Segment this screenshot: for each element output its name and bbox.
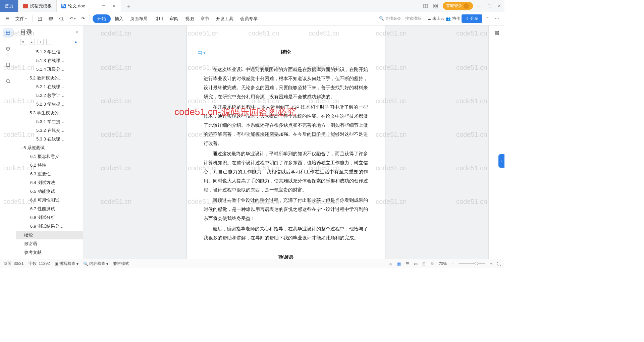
new-tab-button[interactable]: ＋	[121, 0, 137, 12]
preview-icon[interactable]	[57, 15, 66, 23]
view-outline-icon[interactable]: ☰	[406, 262, 409, 266]
apps-icon[interactable]	[433, 3, 439, 9]
eye-icon[interactable]: ☼	[389, 262, 392, 266]
layers-rail-icon[interactable]	[3, 44, 13, 54]
cloud-status[interactable]: ☁ 未上云	[427, 16, 444, 21]
tab-insert[interactable]: 插入	[112, 14, 126, 23]
outline-list: 5.1.2 学生信…5.1.3 在线课…5.1.4 班级分…⌄5.2 教师模块的…	[16, 48, 83, 259]
collapse-all-icon[interactable]: ▾	[20, 39, 26, 45]
expand-all-icon[interactable]: ▴	[29, 39, 35, 45]
outline-item[interactable]: 6.5 功能测试	[16, 187, 83, 196]
add-level-icon[interactable]: +	[38, 39, 44, 45]
svg-rect-11	[6, 31, 10, 35]
outline-item[interactable]: 5.3.2 在线交…	[16, 126, 83, 135]
outline-item[interactable]: 6.4 测试方法	[16, 178, 83, 187]
outline-item[interactable]: ⌄5.3 学生模块的…	[16, 109, 83, 117]
pin-icon[interactable]: ●	[73, 39, 79, 45]
layout-icon[interactable]	[423, 3, 429, 9]
undo-icon[interactable]: ↶ ▾	[67, 15, 78, 22]
redo-icon[interactable]: ↷	[79, 15, 87, 22]
document-area[interactable]: ▤ ▾ 结论 在这次毕业设计中遇到的最困难的方面就是在数据库方面的知识，在刚开始…	[83, 25, 488, 259]
share-button[interactable]: ⇪ 分享	[462, 14, 482, 23]
tab-review[interactable]: 审阅	[167, 14, 181, 23]
outline-item[interactable]: 5.3.3 在线课…	[16, 135, 83, 144]
close-window-button[interactable]: ✕	[497, 3, 501, 8]
chevron-down-icon[interactable]: ⌄	[19, 146, 23, 150]
login-button[interactable]: 立即登录	[443, 2, 473, 10]
fullscreen-icon[interactable]: ⛶	[497, 262, 501, 266]
right-panel-icon[interactable]	[492, 28, 501, 38]
paragraph: 通过这次最终的毕业设计，平时所学到的知识不仅融合了，而且获得了许多计算机知识。在…	[204, 149, 368, 194]
tab-devtools[interactable]: 开发工具	[213, 14, 236, 23]
outline-item[interactable]: ⌄6 系统测试	[16, 144, 83, 152]
tab-member[interactable]: 会员专享	[237, 14, 260, 23]
outline-item[interactable]: 5.1.2 学生信…	[16, 48, 83, 56]
zoom-minus[interactable]: −	[451, 262, 454, 266]
outline-item[interactable]: 6.8 测试分析	[16, 213, 83, 222]
toolbar: ☰ 文件 ▾ ↶ ▾ ↷ 开始 插入 页面布局 引用 审阅 视图 章节 开发工具…	[0, 12, 504, 25]
bookmark-rail-icon[interactable]	[3, 60, 13, 70]
tab-chapter[interactable]: 章节	[198, 14, 212, 23]
spellcheck-toggle[interactable]: ▣ 拼写检查 ▾	[55, 261, 78, 267]
tab-document[interactable]: W 论文.doc ▭ ✕	[57, 0, 121, 12]
outline-item[interactable]: ⌄5.2 教师模块的…	[16, 74, 83, 82]
outline-item[interactable]: 6.6 可用性测试	[16, 196, 83, 205]
view-page-icon[interactable]: ▦	[397, 262, 401, 266]
remove-level-icon[interactable]: −	[46, 39, 52, 45]
close-tab-icon[interactable]: ✕	[112, 3, 116, 9]
more-icon[interactable]: ⋯	[493, 15, 501, 22]
outline-item[interactable]: 5.3.1 学生提…	[16, 117, 83, 126]
view-read-icon[interactable]: ⊞	[422, 262, 426, 266]
outline-rail-icon[interactable]	[3, 28, 13, 38]
tab-template[interactable]: 找稻壳模板	[18, 0, 57, 12]
file-menu[interactable]: 文件 ▾	[13, 14, 30, 23]
outline-item[interactable]: 6.9 测试结果分…	[16, 222, 83, 231]
compat-mode[interactable]: 兼容模式	[113, 261, 129, 267]
outline-item[interactable]: 结论	[16, 231, 83, 239]
content-check[interactable]: 🔍 内容检查 ▾	[83, 261, 108, 267]
minimize-button[interactable]: —	[477, 3, 481, 8]
tab-home[interactable]: 首页	[0, 0, 18, 12]
word-count[interactable]: 字数: 11392	[29, 261, 50, 267]
outline-item[interactable]: 参考文献	[16, 248, 83, 257]
close-outline-icon[interactable]: ✕	[75, 30, 79, 35]
maximize-button[interactable]: ▢	[487, 3, 491, 8]
search-rail-icon[interactable]	[3, 76, 13, 86]
zoom-out-icon[interactable]: ♲	[430, 262, 434, 266]
svg-point-14	[6, 79, 9, 82]
tab-layout[interactable]: 页面布局	[127, 14, 150, 23]
print-icon[interactable]	[46, 15, 55, 23]
chevron-down-icon[interactable]: ⌄	[25, 111, 30, 115]
outline-item[interactable]: 5.2.1 在线课…	[16, 82, 83, 91]
search-command[interactable]: 🔍 查找命令、搜索模板	[379, 16, 421, 21]
tab-reference[interactable]: 引用	[152, 14, 166, 23]
outline-item[interactable]: 5.1.4 班级分…	[16, 65, 83, 74]
side-handle[interactable]: ‹	[498, 154, 504, 168]
outline-item-label: 5.1.2 学生信…	[36, 49, 65, 54]
chevron-up-icon[interactable]: ⌃	[484, 15, 491, 22]
save-icon[interactable]	[35, 15, 45, 23]
zoom-slider[interactable]	[459, 263, 485, 264]
outline-item[interactable]: 6.7 性能测试	[16, 205, 83, 213]
view-web-icon[interactable]: ▭	[414, 262, 418, 266]
zoom-percent[interactable]: 70%	[439, 262, 447, 266]
paragraph: 在这次毕业设计中遇到的最困难的方面就是在数据库方面的知识，在刚开始进行毕业设计的…	[204, 65, 368, 101]
outline-item-label: 5.2.1 在线课…	[36, 84, 65, 89]
outline-item[interactable]: 6.2 特性	[16, 161, 83, 170]
outline-item-label: 6 系统测试	[23, 145, 45, 150]
outline-item[interactable]: 6.3 重要性	[16, 170, 83, 178]
page-indicator[interactable]: 页面: 30/31	[3, 261, 24, 267]
outline-item[interactable]: 6.1 概念和意义	[16, 152, 83, 161]
chevron-down-icon[interactable]: ⌄	[25, 76, 30, 80]
menu-button[interactable]: ☰	[3, 15, 11, 22]
collab-button[interactable]: 👥 协作	[446, 16, 460, 21]
page-options-icon[interactable]: ▤ ▾	[198, 48, 206, 57]
outline-item[interactable]: 5.2.2 教学计…	[16, 91, 83, 100]
tab-view[interactable]: 视图	[182, 14, 197, 23]
outline-item-label: 6.8 测试分析	[30, 215, 55, 220]
tab-start[interactable]: 开始	[93, 14, 111, 23]
outline-item[interactable]: 致谢语	[16, 239, 83, 248]
outline-item[interactable]: 5.1.3 在线课…	[16, 56, 83, 65]
zoom-plus[interactable]: +	[490, 262, 492, 266]
outline-item[interactable]: 5.2.3 学生提…	[16, 100, 83, 109]
